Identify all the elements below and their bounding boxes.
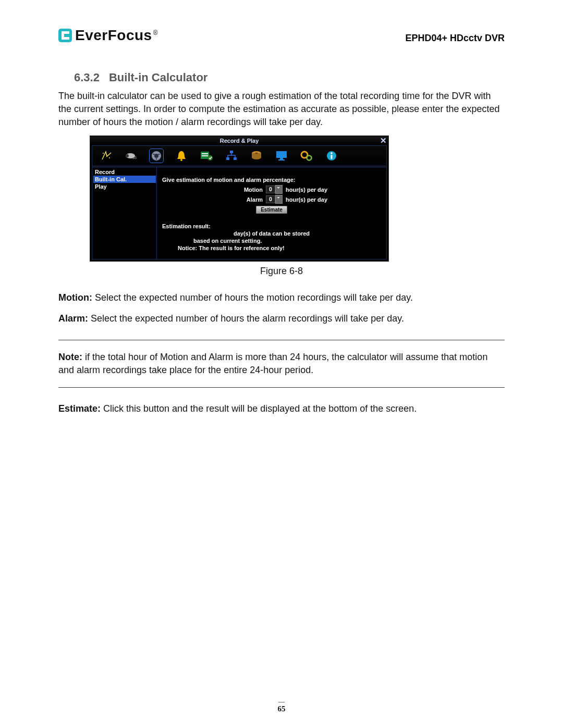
disk-icon[interactable]: [250, 149, 263, 163]
motion-label: Motion: [195, 187, 263, 193]
svg-point-18: [207, 155, 213, 161]
alarm-value: 0: [266, 195, 275, 203]
express-icon[interactable]: [100, 149, 113, 163]
system-icon[interactable]: [300, 149, 313, 163]
result-notice: Notice: The result is for reference only…: [162, 245, 381, 251]
divider-top: [58, 340, 505, 340]
alarm-stepper[interactable]: 0: [266, 195, 283, 204]
result-heading: Estimation result:: [162, 223, 381, 229]
close-icon[interactable]: ✕: [380, 136, 387, 145]
display-icon[interactable]: [275, 149, 288, 163]
svg-rect-25: [280, 158, 283, 159]
definition-motion: Motion: Select the expected number of ho…: [58, 291, 505, 304]
section-title: Built-in Calculator: [109, 71, 207, 84]
section-number: 6.3.2: [74, 71, 100, 84]
svg-rect-32: [331, 155, 333, 159]
estimate-button[interactable]: Estimate: [256, 206, 287, 214]
product-name: EPHD04+ HDcctv DVR: [405, 33, 505, 44]
sidebar-item-builtin-cal[interactable]: Built-in Cal.: [93, 176, 156, 183]
motion-stepper-button[interactable]: [275, 185, 283, 194]
svg-point-7: [126, 154, 129, 157]
result-line-1: day(s) of data can be stored: [162, 230, 381, 237]
svg-point-28: [303, 154, 305, 156]
sidebar-item-play[interactable]: Play: [93, 183, 156, 190]
svg-rect-16: [202, 153, 208, 154]
alarm-label: Alarm: [195, 196, 263, 203]
schedule-icon[interactable]: [200, 149, 213, 163]
result-line-2: based on current setting.: [162, 238, 381, 244]
definition-estimate: Estimate: Click this button and the resu…: [58, 402, 505, 415]
svg-point-13: [156, 158, 157, 160]
note-box: Note: if the total hour of Motion and Al…: [58, 350, 505, 378]
svg-rect-0: [58, 29, 72, 42]
panel-heading: Give estimation of motion and alarm perc…: [162, 177, 381, 183]
svg-text:16: 16: [132, 156, 137, 159]
figure-caption: Figure 6-8: [58, 266, 505, 277]
svg-rect-19: [230, 151, 233, 153]
main-panel: Give estimation of motion and alarm perc…: [156, 167, 387, 260]
definition-alarm: Alarm: Select the expected number of hou…: [58, 312, 505, 325]
alarm-stepper-button[interactable]: [275, 195, 283, 204]
motion-unit: hour(s) per day: [286, 187, 348, 193]
motion-value: 0: [266, 186, 275, 193]
svg-point-10: [154, 154, 158, 158]
brand-name: EverFocus®: [75, 27, 158, 44]
motion-stepper[interactable]: 0: [266, 185, 283, 194]
intro-paragraph: The built-in calculator can be used to g…: [58, 90, 505, 128]
svg-rect-26: [278, 159, 285, 161]
network-icon[interactable]: [225, 149, 238, 163]
sidebar-item-record[interactable]: Record: [93, 168, 156, 176]
svg-point-4: [103, 153, 104, 154]
divider-bottom: [58, 387, 505, 388]
svg-point-23: [255, 153, 258, 154]
svg-rect-24: [276, 151, 287, 158]
brand-logo: EverFocus®: [58, 27, 158, 44]
sidebar: Record Built-in Cal. Play: [92, 167, 157, 260]
alarm-unit: hour(s) per day: [286, 196, 348, 203]
svg-point-14: [180, 159, 182, 161]
svg-rect-20: [226, 157, 229, 160]
svg-point-30: [309, 157, 310, 159]
tab-bar: 16: [92, 145, 387, 166]
svg-point-11: [153, 154, 155, 155]
window-title: Record & Play: [90, 137, 388, 145]
page-header: EverFocus® EPHD04+ HDcctv DVR: [58, 27, 505, 44]
svg-rect-21: [234, 157, 237, 160]
svg-point-33: [331, 153, 333, 155]
section-heading: 6.3.2Built-in Calculator: [74, 71, 505, 84]
page-number: — 65: [0, 698, 563, 713]
camera-icon[interactable]: 16: [125, 149, 138, 163]
svg-rect-3: [62, 31, 64, 40]
svg-point-5: [109, 157, 110, 158]
record-play-icon[interactable]: [150, 149, 163, 163]
svg-rect-17: [202, 155, 208, 156]
everfocus-logo-icon: [58, 29, 72, 42]
info-icon[interactable]: [325, 149, 338, 163]
screenshot-record-play: Record & Play ✕ 16: [90, 135, 389, 262]
svg-point-12: [158, 154, 160, 155]
alarm-icon[interactable]: [175, 149, 188, 163]
